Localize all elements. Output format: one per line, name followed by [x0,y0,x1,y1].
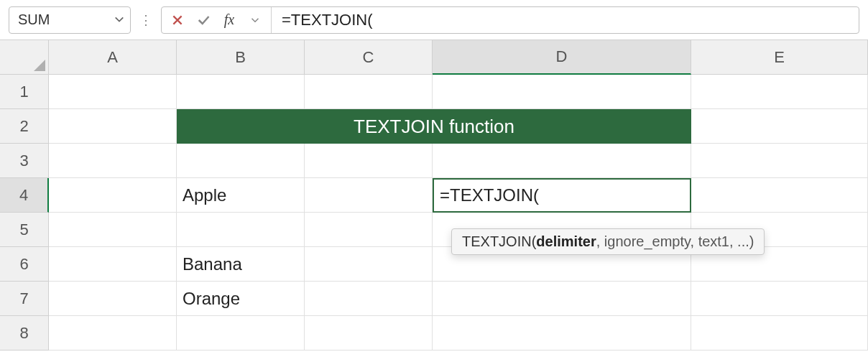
cell-A8[interactable] [49,316,177,351]
cell-B6[interactable]: Banana [177,247,305,282]
chevron-down-icon[interactable] [246,11,264,29]
cell-B7[interactable]: Orange [177,282,305,316]
row-header-8[interactable]: 8 [0,316,49,351]
row-header-2[interactable]: 2 [0,109,49,144]
formula-buttons: fx [162,7,272,33]
col-header-D[interactable]: D [433,40,691,75]
cell-D1[interactable] [433,75,691,109]
function-tooltip: TEXTJOIN(delimiter, ignore_empty, text1,… [451,228,765,255]
name-box-value: SUM [18,11,50,28]
row-header-4[interactable]: 4 [0,178,49,213]
cell-A4[interactable] [49,178,177,213]
tooltip-fn: TEXTJOIN( [462,233,536,249]
cell-B5[interactable] [177,213,305,247]
cancel-icon[interactable] [169,11,186,29]
row-header-7[interactable]: 7 [0,282,49,316]
cell-C8[interactable] [305,316,433,351]
cell-A6[interactable] [49,247,177,282]
tooltip-active-arg: delimiter [536,233,596,249]
spreadsheet-grid: A B C D E 1 2 TEXTJOIN function 3 4 Appl… [0,40,868,351]
col-header-C[interactable]: C [305,40,433,75]
formula-bar: SUM ⋮ fx =TEXTJOIN( [0,0,868,40]
fx-icon[interactable]: fx [221,11,238,29]
cell-A3[interactable] [49,144,177,178]
cell-D7[interactable] [433,282,691,316]
chevron-down-icon[interactable] [114,11,124,28]
row-header-6[interactable]: 6 [0,247,49,282]
cell-C5[interactable] [305,213,433,247]
cell-C7[interactable] [305,282,433,316]
cell-E3[interactable] [691,144,868,178]
cell-B3[interactable] [177,144,305,178]
formula-section: fx =TEXTJOIN( [161,6,859,34]
cell-E4[interactable] [691,178,868,213]
cell-C4[interactable] [305,178,433,213]
cell-C1[interactable] [305,75,433,109]
formula-input[interactable]: =TEXTJOIN( [272,11,859,29]
cell-B1[interactable] [177,75,305,109]
row-header-1[interactable]: 1 [0,75,49,109]
cell-E7[interactable] [691,282,868,316]
row-header-3[interactable]: 3 [0,144,49,178]
cell-A2[interactable] [49,109,177,144]
cell-A1[interactable] [49,75,177,109]
cell-E1[interactable] [691,75,868,109]
cell-A7[interactable] [49,282,177,316]
row-header-5[interactable]: 5 [0,213,49,247]
col-header-B[interactable]: B [177,40,305,75]
cell-C6[interactable] [305,247,433,282]
cell-E2[interactable] [691,109,868,144]
tooltip-rest: , ignore_empty, text1, ...) [596,233,754,249]
cell-C3[interactable] [305,144,433,178]
enter-icon[interactable] [195,11,212,29]
select-all-corner[interactable] [0,40,49,75]
cell-D4[interactable]: =TEXTJOIN( [433,178,691,213]
cell-B8[interactable] [177,316,305,351]
title-cell[interactable]: TEXTJOIN function [177,109,691,144]
divider-icon: ⋮ [137,12,155,28]
cell-D8[interactable] [433,316,691,351]
cell-D3[interactable] [433,144,691,178]
cell-E8[interactable] [691,316,868,351]
cell-A5[interactable] [49,213,177,247]
col-header-E[interactable]: E [691,40,868,75]
cell-B4[interactable]: Apple [177,178,305,213]
col-header-A[interactable]: A [49,40,177,75]
name-box[interactable]: SUM [9,6,131,34]
